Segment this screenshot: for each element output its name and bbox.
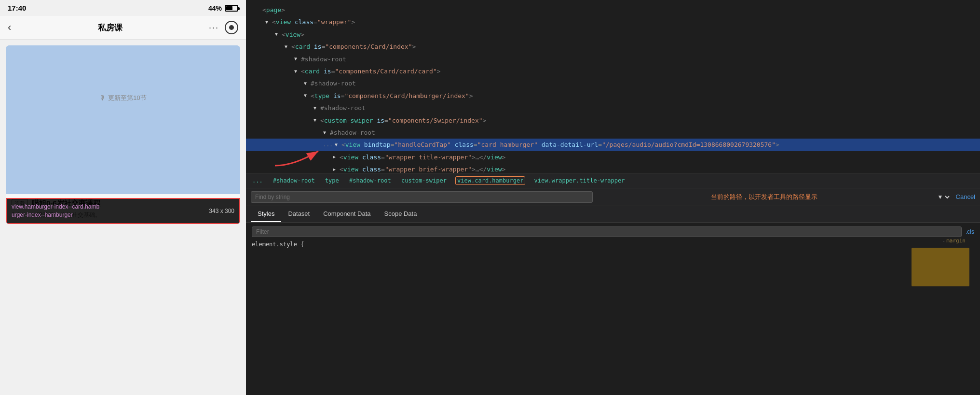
element-size: 343 x 300	[209, 208, 234, 214]
triangle-shadow4[interactable]	[323, 128, 329, 137]
triangle-brief-wrapper[interactable]	[333, 165, 339, 173]
breadcrumb-view-card-hamburger[interactable]: view.card.hamburger	[455, 176, 525, 185]
mic-icon: 🎙	[99, 94, 106, 102]
triangle-type[interactable]	[304, 91, 310, 100]
devtools-panel: <page> <view class="wrapper" > <view> <c…	[246, 0, 980, 395]
update-text: 更新至第10节	[108, 94, 146, 102]
nav-icons: ···	[209, 21, 238, 34]
triangle-shadow3[interactable]	[313, 104, 319, 113]
code-line-title-wrapper[interactable]: <view class="wrapper title-wrapper" > … …	[246, 151, 980, 163]
code-tree[interactable]: <page> <view class="wrapper" > <view> <c…	[246, 0, 980, 173]
triangle-card2[interactable]	[294, 67, 300, 76]
find-input[interactable]	[251, 191, 593, 203]
time-display: 17:40	[8, 4, 26, 12]
code-line-page[interactable]: <page>	[246, 4, 980, 16]
margin-display-container: margin -	[252, 248, 974, 306]
breadcrumb-shadow-root-2[interactable]: #shadow-root	[348, 177, 393, 184]
breadcrumb-bar: ... #shadow-root type #shadow-root custo…	[246, 173, 980, 188]
status-bar: 17:40 44%	[0, 0, 246, 16]
code-line-view-wrapper[interactable]: <view class="wrapper" >	[246, 16, 980, 28]
element-indicator: view.hamburger-index--card.hamb urger-in…	[6, 198, 240, 224]
margin-dash: -	[942, 238, 945, 244]
breadcrumb-shadow-root-1[interactable]: #shadow-root	[272, 177, 316, 184]
triangle-swiper[interactable]	[313, 116, 319, 125]
code-line-card2[interactable]: <card is="components/Card/card/card" >	[246, 65, 980, 77]
triangle-view[interactable]	[275, 30, 281, 39]
element-path-line2: urger-index--hamburger	[12, 211, 99, 219]
breadcrumb-view-wrapper-title-wrapper[interactable]: view.wrapper.title-wrapper	[533, 177, 626, 184]
record-button[interactable]	[225, 21, 238, 34]
nav-title: 私房课	[98, 22, 122, 33]
margin-box	[912, 248, 969, 286]
find-bar: 当前的路径，以开发者工具的路径显示 ▼ Cancel	[246, 188, 980, 206]
phone-content: 🎙 更新至第10节 连载 喵姐0-6岁社交商课程 0-6岁，构建孩子一生的社交基…	[0, 40, 246, 395]
code-line-card[interactable]: <card is="components/Card/index" >	[246, 41, 980, 53]
battery-icon	[225, 5, 238, 12]
tab-scope-data[interactable]: Scope Data	[378, 206, 424, 222]
code-line-shadow1[interactable]: #shadow-root	[246, 53, 980, 65]
breadcrumb-type[interactable]: type	[324, 177, 340, 184]
triangle-card[interactable]	[285, 42, 290, 51]
card-update-info: 🎙 更新至第10节	[6, 45, 240, 112]
tab-dataset[interactable]: Dataset	[281, 206, 316, 222]
code-line-brief-wrapper[interactable]: <view class="wrapper brief-wrapper" > … …	[246, 163, 980, 172]
triangle-shadow2[interactable]	[304, 79, 310, 88]
phone-nav-bar: ‹ 私房课 ···	[0, 16, 246, 40]
find-cancel-button[interactable]: Cancel	[956, 193, 975, 200]
triangle-shadow1[interactable]	[294, 55, 300, 63]
breadcrumb-custom-swiper[interactable]: custom-swiper	[400, 177, 448, 184]
style-rule: element.style {	[252, 241, 974, 248]
tab-styles[interactable]: Styles	[251, 206, 281, 222]
margin-label: margin	[946, 238, 966, 244]
battery-percent: 44%	[208, 4, 222, 12]
code-line-view-selected[interactable]: ... <view bindtap="handleCardTap" class=…	[246, 139, 980, 151]
styles-filter-bar: .cls	[252, 226, 974, 237]
styles-panel: .cls element.style { margin -	[246, 223, 980, 395]
tab-component-data[interactable]: Component Data	[316, 206, 377, 222]
find-dropdown[interactable]: ▼	[936, 193, 951, 201]
phone-panel: 17:40 44% ‹ 私房课 ··· 🎙 更新至第10节	[0, 0, 246, 395]
back-button[interactable]: ‹	[8, 21, 11, 34]
code-line-shadow3[interactable]: #shadow-root	[246, 102, 980, 114]
code-line-shadow4[interactable]: #shadow-root	[246, 127, 980, 139]
battery-info: 44%	[208, 4, 238, 12]
code-line-view[interactable]: <view>	[246, 28, 980, 41]
nav-dots[interactable]: ···	[209, 23, 219, 33]
line-dots: ...	[323, 140, 333, 150]
triangle-view-selected[interactable]	[335, 141, 340, 149]
find-hint: 当前的路径，以开发者工具的路径显示	[598, 193, 931, 201]
code-line-type[interactable]: <type is="components/Card/hamburger/inde…	[246, 90, 980, 102]
element-path-display: view.hamburger-index--card.hamb urger-in…	[12, 203, 99, 219]
style-rule-text: element.style {	[252, 241, 304, 248]
code-line-shadow2[interactable]: #shadow-root	[246, 77, 980, 89]
styles-filter-input[interactable]	[252, 226, 962, 237]
triangle-view-wrapper[interactable]	[265, 18, 271, 27]
element-path-line1: view.hamburger-index--card.hamb	[12, 203, 99, 211]
card-container: 🎙 更新至第10节 连载 喵姐0-6岁社交商课程 0-6岁，构建孩子一生的社交基…	[6, 45, 240, 224]
cls-button[interactable]: .cls	[966, 228, 974, 235]
code-line-swiper[interactable]: <custom-swiper is="components/Swiper/ind…	[246, 114, 980, 127]
breadcrumb-dots[interactable]: ...	[251, 177, 264, 184]
bottom-tabs: Styles Dataset Component Data Scope Data	[246, 206, 980, 223]
triangle-title-wrapper[interactable]	[333, 153, 339, 161]
card-image: 🎙 更新至第10节	[6, 45, 240, 194]
